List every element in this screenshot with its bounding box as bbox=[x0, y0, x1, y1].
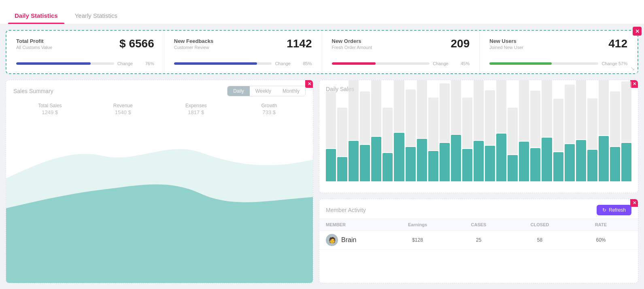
stat-card-total-profit: Total Profit All Customs Value $ 6566 Ch… bbox=[6, 31, 164, 73]
bar-tall bbox=[485, 90, 495, 145]
table-header: MEMBER Earnings CASES CLOSED RATE bbox=[319, 219, 638, 231]
bar-group bbox=[496, 80, 506, 181]
bar-group bbox=[565, 85, 575, 181]
sales-toggle-group: Daily Weekly Monthly bbox=[227, 86, 306, 96]
toggle-weekly[interactable]: Weekly bbox=[250, 86, 277, 96]
bar-tall bbox=[326, 91, 336, 148]
bar-tall bbox=[565, 85, 575, 143]
cell-cases: 25 bbox=[448, 237, 509, 243]
stat-bar-row-1: Change 85% bbox=[174, 61, 312, 66]
bar-tall bbox=[394, 80, 404, 132]
metric-label-0: Total Sales bbox=[13, 103, 87, 108]
bar-tall bbox=[417, 80, 427, 138]
refresh-label: Refresh bbox=[609, 207, 626, 213]
bar-short bbox=[462, 149, 472, 181]
bar-short bbox=[406, 147, 416, 181]
tab-yearly-statistics[interactable]: Yearly Statistics bbox=[68, 7, 124, 24]
refresh-icon: ↻ bbox=[602, 207, 606, 213]
metric-revenue: Revenue 1540 $ bbox=[87, 103, 160, 115]
toggle-monthly[interactable]: Monthly bbox=[277, 86, 305, 96]
resize-icon[interactable]: ↘ bbox=[630, 65, 635, 72]
stat-bar-track-3 bbox=[489, 62, 598, 65]
metric-growth: Growth 733 $ bbox=[233, 103, 306, 115]
refresh-button[interactable]: ↻ Refresh bbox=[597, 205, 631, 215]
metric-expenses: Expenses 1817 $ bbox=[159, 103, 233, 115]
bar-group bbox=[576, 80, 586, 181]
bar-short bbox=[337, 157, 347, 181]
metric-value-3: 733 $ bbox=[233, 109, 306, 115]
stat-card-new-orders: New Orders Fresh Order Amount 209 Change… bbox=[322, 31, 480, 73]
sales-summary-panel: ✕ Sales Summary Daily Weekly Monthly Tot… bbox=[6, 80, 313, 283]
tab-daily-statistics[interactable]: Daily Statistics bbox=[8, 7, 64, 24]
stat-bar-fill-1 bbox=[174, 62, 257, 65]
bar-group bbox=[383, 108, 393, 181]
bar-tall bbox=[610, 91, 620, 146]
bar-group bbox=[417, 80, 427, 181]
bar-tall bbox=[496, 80, 506, 133]
bar-tall bbox=[360, 91, 370, 144]
bar-short bbox=[326, 149, 336, 181]
metric-value-2: 1817 $ bbox=[159, 109, 233, 115]
bar-group bbox=[530, 91, 540, 181]
bar-group bbox=[621, 81, 631, 181]
area-chart bbox=[6, 119, 313, 283]
stat-bar-row-3: Change 57% bbox=[489, 61, 627, 66]
bar-group bbox=[474, 80, 484, 181]
stat-change-0: Change 76% bbox=[117, 61, 154, 66]
bar-short bbox=[610, 147, 620, 181]
bar-tall bbox=[474, 80, 484, 140]
bar-tall bbox=[519, 80, 529, 141]
stat-change-1: Change 85% bbox=[275, 61, 312, 66]
header-tabs: Daily Statistics Yearly Statistics bbox=[0, 0, 644, 24]
bar-short bbox=[474, 141, 484, 181]
daily-sales-panel: ✕ Daily Sales bbox=[319, 80, 638, 193]
bar-group bbox=[337, 108, 347, 181]
stat-bar-row-2: Change 45% bbox=[332, 61, 470, 66]
stat-label-2: New Orders bbox=[332, 38, 470, 44]
stat-value-3: 412 bbox=[608, 37, 627, 50]
metric-label-3: Growth bbox=[233, 103, 306, 108]
bar-short bbox=[371, 137, 381, 181]
bar-tall bbox=[621, 81, 631, 142]
stat-card-new-feedbacks: New Feedbacks Customer Review 1142 Chang… bbox=[164, 31, 322, 73]
stat-change-3: Change 57% bbox=[601, 61, 627, 66]
right-column: ✕ Daily Sales ✕ Member Activity ↻ Refres… bbox=[319, 80, 638, 283]
member-name: Brain bbox=[341, 236, 356, 244]
member-activity-title: Member Activity bbox=[326, 207, 366, 213]
bar-tall bbox=[383, 108, 393, 152]
stat-change-2: Change 45% bbox=[433, 61, 470, 66]
stat-bar-fill-3 bbox=[489, 62, 551, 65]
bar-short bbox=[349, 141, 359, 181]
bar-group bbox=[406, 89, 416, 181]
bar-short bbox=[599, 136, 609, 181]
metric-label-1: Revenue bbox=[87, 103, 160, 108]
bar-tall bbox=[576, 80, 586, 139]
stat-value-2: 209 bbox=[451, 37, 470, 50]
bar-short bbox=[360, 145, 370, 181]
stat-sublabel-3: Joined New User bbox=[489, 45, 627, 50]
toggle-daily[interactable]: Daily bbox=[227, 86, 250, 96]
member-activity-header: Member Activity ↻ Refresh bbox=[319, 199, 638, 219]
metric-total-sales: Total Sales 1249 $ bbox=[13, 103, 87, 115]
bar-tall bbox=[451, 80, 461, 134]
bar-tall bbox=[406, 89, 416, 146]
bar-tall bbox=[599, 80, 609, 135]
bar-short bbox=[428, 151, 438, 181]
bar-short bbox=[519, 142, 529, 181]
stats-close-button[interactable]: ✕ bbox=[633, 27, 642, 36]
bar-short bbox=[530, 148, 540, 181]
cell-earnings: $128 bbox=[387, 237, 448, 243]
member-activity-close[interactable]: ✕ bbox=[630, 199, 638, 207]
bar-tall bbox=[440, 83, 450, 142]
bar-short bbox=[508, 155, 518, 181]
col-cases: CASES bbox=[448, 222, 509, 227]
sales-summary-close[interactable]: ✕ bbox=[305, 80, 313, 88]
bar-short bbox=[440, 143, 450, 181]
bar-short bbox=[576, 140, 586, 181]
bar-group bbox=[519, 80, 529, 181]
bar-group bbox=[349, 80, 359, 181]
bar-short bbox=[553, 152, 563, 181]
member-name-cell: 🧑 Brain bbox=[326, 234, 387, 246]
stat-bar-track-0 bbox=[16, 62, 114, 65]
bar-short bbox=[417, 139, 427, 181]
